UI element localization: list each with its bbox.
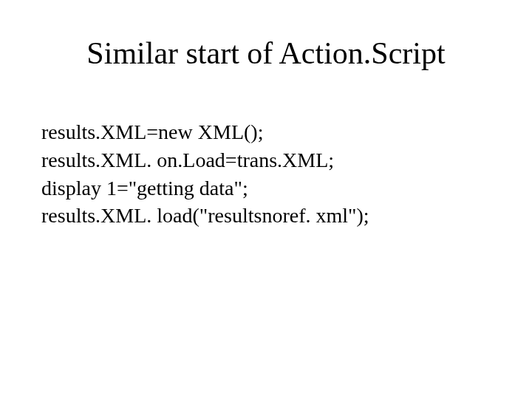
slide-title: Similar start of Action.Script: [0, 35, 532, 71]
slide-body: results.XML=new XML(); results.XML. on.L…: [41, 118, 491, 230]
code-line-4: results.XML. load("resultsnoref. xml");: [41, 202, 491, 230]
slide: Similar start of Action.Script results.X…: [0, 0, 532, 399]
code-line-3: display 1="getting data";: [41, 174, 491, 202]
code-line-2: results.XML. on.Load=trans.XML;: [41, 146, 491, 174]
code-line-1: results.XML=new XML();: [41, 118, 491, 146]
